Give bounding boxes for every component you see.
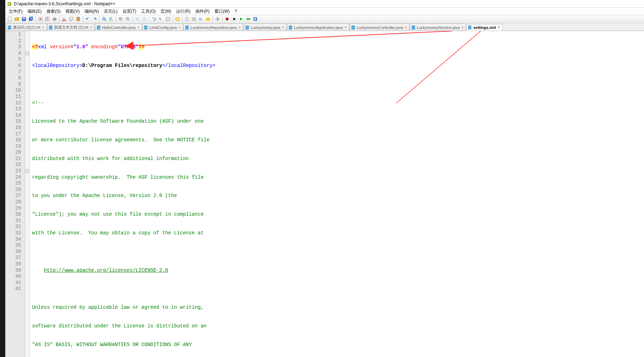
paste-icon[interactable] <box>75 16 81 22</box>
menu-file[interactable]: 文件(F) <box>7 8 25 15</box>
toolbar-sep <box>116 16 116 22</box>
zoom-out-icon[interactable] <box>125 16 131 22</box>
file-icon <box>245 25 250 30</box>
desktop-left-strip <box>0 0 5 357</box>
stop-icon[interactable] <box>231 16 237 22</box>
svg-point-38 <box>217 18 218 20</box>
monitor-icon[interactable] <box>214 16 221 22</box>
lang-icon[interactable] <box>174 16 181 22</box>
doc-map-icon[interactable] <box>184 16 190 22</box>
sync-h-icon[interactable] <box>141 16 148 22</box>
menu-language[interactable]: 语言(L) <box>102 8 120 15</box>
tab-file-2[interactable]: HelloController.java× <box>95 24 142 31</box>
menu-tools[interactable]: 工具(O) <box>139 8 158 15</box>
code-content[interactable]: <?xml version="1.0" encoding="UTF-8"?> <… <box>30 31 644 357</box>
comment-line: with the License. You may obtain a copy … <box>32 230 204 236</box>
func-list-icon[interactable]: fx <box>198 16 204 22</box>
tab-file-4[interactable]: LuckmoneyRepository.java× <box>183 24 243 31</box>
svg-rect-31 <box>176 18 179 20</box>
menu-window[interactable]: 窗口(W) <box>212 8 232 15</box>
fold-toggle[interactable]: − <box>26 170 29 173</box>
print-icon[interactable] <box>51 16 58 22</box>
toolbar-sep <box>59 16 60 22</box>
tab-file-3[interactable]: LimitConfig.java× <box>142 24 183 31</box>
file-icon <box>49 25 53 30</box>
menu-macro[interactable]: 宏(M) <box>158 8 173 15</box>
close-icon[interactable]: × <box>497 26 501 29</box>
close-icon[interactable]: × <box>238 26 242 29</box>
folder-icon[interactable] <box>205 16 211 22</box>
file-icon <box>97 25 101 30</box>
menu-view[interactable]: 视图(V) <box>63 8 82 15</box>
zoom-in-icon[interactable] <box>118 16 124 22</box>
svg-point-39 <box>226 18 229 20</box>
svg-rect-51 <box>468 26 471 29</box>
toolbar-sep <box>132 16 133 22</box>
notepadpp-window: D:\apache-maven-3.6.3\conf\settings.xml … <box>5 0 644 357</box>
allchars-icon[interactable]: ¶ <box>158 16 164 22</box>
replace-icon[interactable] <box>108 16 114 22</box>
tab-label: HelloController.java <box>102 25 136 30</box>
close-icon[interactable]: × <box>137 26 140 29</box>
close-icon[interactable]: × <box>344 26 348 29</box>
menu-help[interactable]: ? <box>232 8 239 14</box>
svg-rect-26 <box>138 17 139 21</box>
new-file-icon[interactable] <box>7 16 13 22</box>
wordwrap-icon[interactable] <box>151 16 157 22</box>
save-icon[interactable] <box>21 16 27 22</box>
svg-rect-48 <box>289 26 292 29</box>
comment-line: regarding copyright ownership. The ASF l… <box>32 174 204 180</box>
close-icon[interactable]: × <box>89 26 93 29</box>
tab-file-0[interactable]: 激活码 (2)(1).txt× <box>6 24 47 31</box>
close-icon[interactable]: × <box>281 26 285 29</box>
license-url[interactable]: http://www.apache.org/licenses/LICENSE-2… <box>44 267 168 273</box>
xml-text: D:\Program Files\repository <box>82 63 162 68</box>
menu-search[interactable]: 搜索(S) <box>44 8 63 15</box>
line-number-gutter: 1234567891011121314151617181920212223242… <box>5 31 25 357</box>
tab-label: 激活码 (2)(1).txt <box>13 25 40 30</box>
fold-toggle[interactable]: − <box>26 52 29 55</box>
menu-plugins[interactable]: 插件(P) <box>193 8 212 15</box>
play-multi-icon[interactable] <box>245 16 251 22</box>
save-all-icon[interactable] <box>28 16 34 22</box>
doc-list-icon[interactable] <box>191 16 197 22</box>
menu-edit[interactable]: 编辑(E) <box>25 8 44 15</box>
svg-text:¶: ¶ <box>159 17 161 21</box>
tab-file-9[interactable]: settings.xml× <box>466 24 502 31</box>
menu-settings[interactable]: 设置(T) <box>120 8 138 15</box>
tab-file-5[interactable]: Luckymoney.java× <box>244 24 287 31</box>
tab-file-6[interactable]: LuckymoneyApplication.java× <box>287 24 349 31</box>
menu-run[interactable]: 运行(R) <box>174 8 193 15</box>
menu-encoding[interactable]: 编码(N) <box>82 8 101 15</box>
close-icon[interactable]: × <box>42 26 45 29</box>
copy-icon[interactable] <box>68 16 74 22</box>
tab-file-1[interactable]: 新建文本文档 (2).txt× <box>47 24 95 31</box>
close-icon[interactable]: × <box>178 26 181 29</box>
comment-line: "License"); you may not use this file ex… <box>32 211 204 217</box>
tab-file-7[interactable]: LuckymoneyController.java× <box>350 24 409 31</box>
undo-icon[interactable] <box>85 16 91 22</box>
close-icon[interactable]: × <box>461 26 464 29</box>
toolbar: ¶ fx <box>5 15 644 23</box>
editor-area[interactable]: 1234567891011121314151617181920212223242… <box>5 31 644 357</box>
file-icon <box>351 25 356 30</box>
find-icon[interactable] <box>101 16 107 22</box>
comment-line: software distributed under the License i… <box>32 323 207 329</box>
svg-rect-20 <box>77 17 79 18</box>
cut-icon[interactable] <box>61 16 67 22</box>
close-all-icon[interactable] <box>44 16 51 22</box>
save-macro-icon[interactable] <box>252 16 258 22</box>
play-icon[interactable] <box>238 16 244 22</box>
open-file-icon[interactable] <box>14 16 20 22</box>
toolbar-sep <box>99 16 100 22</box>
sync-v-icon[interactable] <box>134 16 140 22</box>
redo-icon[interactable] <box>92 16 98 22</box>
tab-label: Luckymoney.java <box>251 25 280 30</box>
indent-guide-icon[interactable] <box>165 16 171 22</box>
tab-file-8[interactable]: LuckymoneyService.java× <box>410 24 466 31</box>
record-icon[interactable] <box>224 16 230 22</box>
close-file-icon[interactable] <box>37 16 44 22</box>
svg-rect-8 <box>30 17 33 20</box>
close-icon[interactable]: × <box>404 26 408 29</box>
svg-rect-28 <box>143 19 146 21</box>
